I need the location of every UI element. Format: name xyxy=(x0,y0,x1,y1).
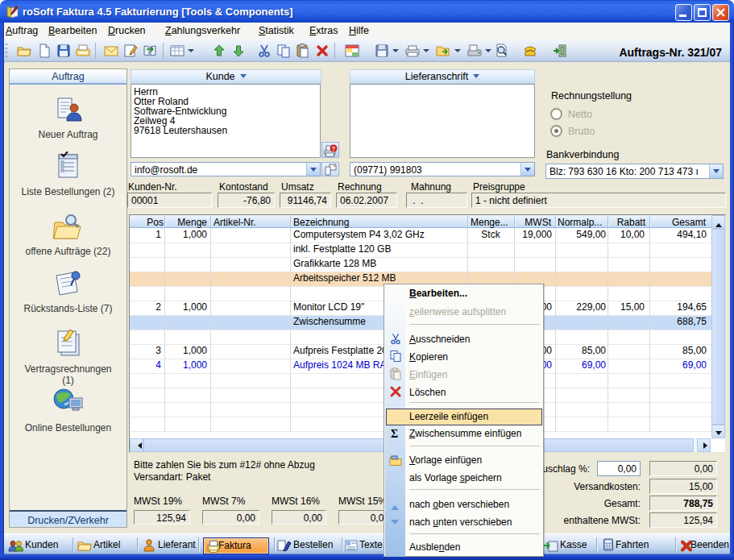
svg-text:?: ? xyxy=(332,145,336,152)
